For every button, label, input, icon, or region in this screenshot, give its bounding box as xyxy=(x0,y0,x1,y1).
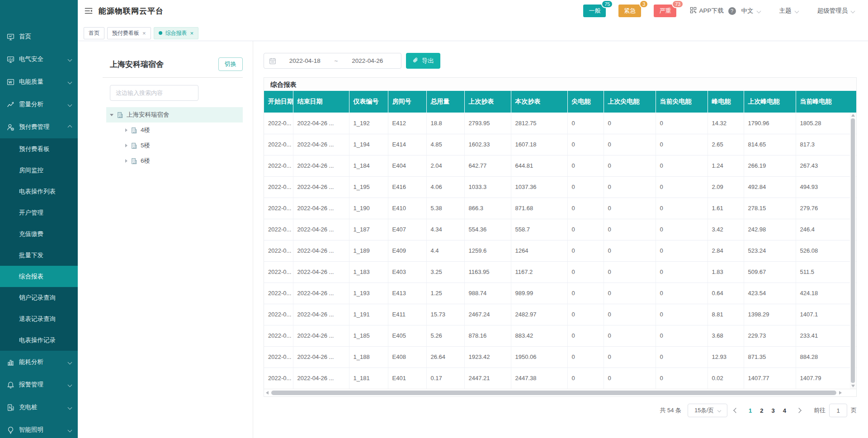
table-row[interactable]: 2022-0...2022-04-26 ...1_189E4094.41259.… xyxy=(264,240,856,261)
scroll-up-icon[interactable] xyxy=(851,114,855,117)
tree-search-input[interactable] xyxy=(110,85,198,101)
table-cell: 1_192 xyxy=(349,113,388,134)
sidebar-item[interactable]: 电气安全 xyxy=(0,48,78,71)
table-row[interactable]: 2022-0...2022-04-26 ...1_195E4164.061033… xyxy=(264,176,856,198)
column-header: 仪表编号 xyxy=(349,91,388,113)
sidebar-item[interactable]: 充电桩 xyxy=(0,396,78,419)
table-row[interactable]: 2022-0...2022-04-26 ...1_183E4033.251163… xyxy=(264,261,856,283)
date-range-picker[interactable]: 2022-04-18 ~ 2022-04-26 xyxy=(264,53,401,69)
scroll-left-icon[interactable] xyxy=(266,391,269,395)
goto-page-input[interactable] xyxy=(829,404,847,417)
sidebar-subitem[interactable]: 综合报表 xyxy=(0,266,78,287)
collapse-arrow-icon[interactable] xyxy=(125,159,127,163)
language-dropdown[interactable]: 中文 xyxy=(741,7,760,15)
scroll-right-icon[interactable] xyxy=(839,391,842,395)
sidebar-item[interactable]: 预付费管理 xyxy=(0,116,78,138)
table-cell: 0 xyxy=(567,367,604,389)
table-row[interactable]: 2022-0...2022-04-26 ...1_190E4105.38866.… xyxy=(264,198,856,219)
table-row[interactable]: 2022-0...2022-04-26 ...1_188E40826.64192… xyxy=(264,346,856,367)
table-row[interactable]: 2022-0...2022-04-26 ...1_194E4144.851602… xyxy=(264,134,856,155)
expand-arrow-icon[interactable] xyxy=(110,114,113,116)
user-dropdown[interactable]: 超级管理员 xyxy=(817,7,855,15)
table-cell: 814.65 xyxy=(744,134,796,155)
sidebar-item[interactable]: 智能照明 xyxy=(0,419,78,438)
table-row[interactable]: 2022-0...2022-04-26 ...1_193E4131.25988.… xyxy=(264,283,856,304)
help-icon[interactable]: ? xyxy=(728,7,736,15)
switch-building-button[interactable]: 切换 xyxy=(218,57,243,71)
table-cell: 0 xyxy=(656,325,708,346)
table-body: 2022-0...2022-04-26 ...1_192E41218.82793… xyxy=(264,113,856,389)
table-row[interactable]: 2022-0...2022-04-26 ...1_181E4010.172447… xyxy=(264,367,856,389)
close-icon[interactable]: × xyxy=(190,30,194,36)
tab[interactable]: 首页 xyxy=(84,27,104,39)
table-cell: 2.84 xyxy=(708,240,744,261)
alarm-button[interactable]: 一般75 xyxy=(583,5,606,17)
collapse-arrow-icon[interactable] xyxy=(125,144,127,147)
sidebar-item-label: 需量分析 xyxy=(19,100,68,108)
table-cell: E416 xyxy=(388,176,426,198)
theme-dropdown[interactable]: 主题 xyxy=(779,7,798,15)
table-cell: 644.81 xyxy=(511,155,567,176)
sidebar-item-label: 智能照明 xyxy=(19,426,68,434)
sidebar-subitem[interactable]: 充值缴费 xyxy=(0,223,78,245)
table-cell: 2.09 xyxy=(708,176,744,198)
tree-node[interactable]: 5楼 xyxy=(106,138,243,153)
table-row[interactable]: 2022-0...2022-04-26 ...1_185E4055.26878.… xyxy=(264,325,856,346)
close-icon[interactable]: × xyxy=(142,30,146,36)
app-download-link[interactable]: APP下载 xyxy=(690,7,723,15)
vertical-scroll-thumb[interactable] xyxy=(851,118,855,383)
sidebar-submenu: 预付费看板房间监控电表操作列表开户管理充值缴费批量下发综合报表销户记录查询退表记… xyxy=(0,138,78,351)
prev-page-button[interactable] xyxy=(733,407,739,414)
page-size-select[interactable]: 15条/页 xyxy=(688,404,727,417)
table-row[interactable]: 2022-0...2022-04-26 ...1_192E41218.82793… xyxy=(264,113,856,134)
page-number[interactable]: 2 xyxy=(760,407,763,414)
column-header: 上次抄表 xyxy=(464,91,511,113)
table-cell: 0 xyxy=(604,176,656,198)
horizontal-scroll-thumb[interactable] xyxy=(271,391,836,395)
export-button[interactable]: 导出 xyxy=(406,53,440,69)
sidebar-subitem[interactable]: 电表操作记录 xyxy=(0,330,78,351)
table-row[interactable]: 2022-0...2022-04-26 ...1_184E4042.04642.… xyxy=(264,155,856,176)
alarm-button[interactable]: 紧急3 xyxy=(618,5,641,17)
tree-node[interactable]: 4楼 xyxy=(106,122,243,138)
vertical-scrollbar[interactable] xyxy=(850,113,856,389)
tab[interactable]: 综合报表× xyxy=(154,27,199,39)
end-date[interactable]: 2022-04-26 xyxy=(339,57,396,64)
table-cell: 2022-04-26 ... xyxy=(293,155,349,176)
sidebar-subitem[interactable]: 电表操作列表 xyxy=(0,181,78,202)
sidebar-subitem[interactable]: 退表记录查询 xyxy=(0,308,78,330)
page-number[interactable]: 4 xyxy=(783,407,786,414)
page-number[interactable]: 1 xyxy=(749,407,752,414)
alarm-button[interactable]: 严重73 xyxy=(654,5,676,17)
sidebar-subitem[interactable]: 开户管理 xyxy=(0,202,78,223)
table-row[interactable]: 2022-0...2022-04-26 ...1_191E41115.73246… xyxy=(264,304,856,325)
sidebar-item[interactable]: 需量分析 xyxy=(0,93,78,116)
table-cell: 2022-0... xyxy=(264,176,293,198)
next-page-button[interactable] xyxy=(796,407,802,414)
table-cell: 1407.1 xyxy=(796,304,856,325)
menu-fold-icon[interactable] xyxy=(85,8,93,14)
tab[interactable]: 预付费看板× xyxy=(107,27,151,39)
sidebar-item[interactable]: 首页 xyxy=(0,25,78,48)
sidebar-subitem[interactable]: 销户记录查询 xyxy=(0,287,78,308)
scroll-down-icon[interactable] xyxy=(851,385,855,387)
horizontal-scrollbar[interactable] xyxy=(264,389,856,396)
table-cell: 0 xyxy=(604,113,656,134)
sidebar-subitem[interactable]: 预付费看板 xyxy=(0,138,78,160)
column-header: 峰电能 xyxy=(708,91,744,113)
sidebar-item[interactable]: 报警管理 xyxy=(0,373,78,396)
table-row[interactable]: 2022-0...2022-04-26 ...1_187E4074.34554.… xyxy=(264,219,856,240)
tree-node[interactable]: 上海安科瑞宿舍 xyxy=(106,107,243,122)
collapse-arrow-icon[interactable] xyxy=(125,128,127,132)
header-row: 开始日期结束日期仪表编号房间号总用量上次抄表本次抄表尖电能上次尖电能当前尖电能峰… xyxy=(264,91,856,113)
table-cell: 267.43 xyxy=(796,155,856,176)
tree-node[interactable]: 6楼 xyxy=(106,153,243,169)
table-cell: 5.38 xyxy=(426,198,464,219)
sidebar-item[interactable]: 电能质量 xyxy=(0,71,78,93)
sidebar-item[interactable]: 能耗分析 xyxy=(0,351,78,373)
table-cell: 0.17 xyxy=(426,367,464,389)
sidebar-subitem[interactable]: 房间监控 xyxy=(0,160,78,181)
start-date[interactable]: 2022-04-18 xyxy=(276,57,334,64)
page-number[interactable]: 3 xyxy=(772,407,775,414)
sidebar-subitem[interactable]: 批量下发 xyxy=(0,245,78,266)
